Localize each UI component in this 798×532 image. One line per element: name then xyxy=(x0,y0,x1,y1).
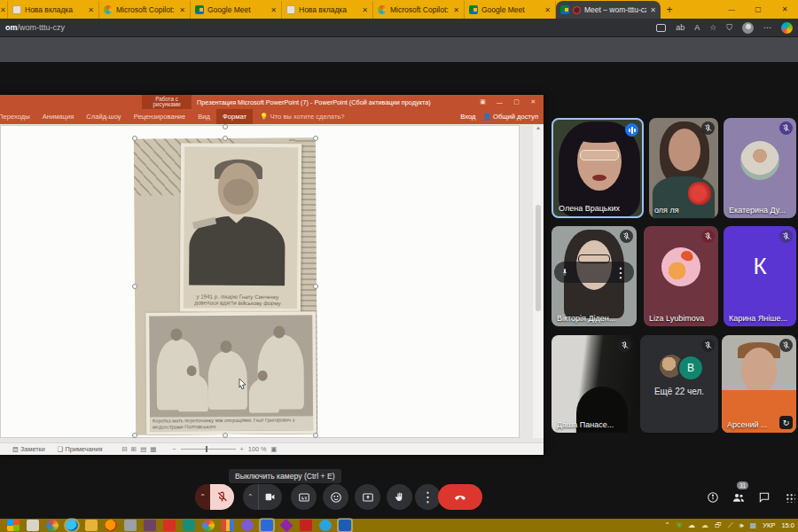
tab-close-icon[interactable]: ✕ xyxy=(544,6,551,14)
zoom-in-icon[interactable]: + xyxy=(240,445,244,453)
participant-tile-olia[interactable]: оля ля xyxy=(649,118,718,218)
tab-close-icon[interactable]: ✕ xyxy=(362,6,368,14)
ribbon-tab-review[interactable]: Рецензирование xyxy=(128,113,192,121)
taskbar-word-icon[interactable] xyxy=(339,520,351,531)
participant-tile-olena[interactable]: Олена Врацьких xyxy=(552,118,644,218)
selection-handle[interactable] xyxy=(313,136,318,141)
tray-cloud-icon[interactable]: ☁ xyxy=(688,521,695,529)
ribbon-tab-format[interactable]: Формат xyxy=(216,109,253,124)
tab-new-1[interactable]: Нова вкладка ✕ xyxy=(8,1,99,19)
share-button[interactable]: 👤 Общий доступ xyxy=(482,113,538,121)
collections-icon[interactable]: ⛉ xyxy=(726,23,732,33)
tab-new-2[interactable]: Нова вкладка ✕ xyxy=(282,1,373,19)
read-aloud-icon[interactable]: A xyxy=(694,23,700,32)
end-call-button[interactable] xyxy=(438,484,482,510)
participant-tile-viktoria[interactable]: ⋮ Вікторія Діден... xyxy=(552,226,637,326)
selection-handle[interactable] xyxy=(313,284,318,289)
taskbar-app-icon[interactable] xyxy=(300,520,312,531)
slide-canvas[interactable]: у 1941 р. лікарю Гнату Синченку довелося… xyxy=(0,125,520,438)
reactions-button[interactable] xyxy=(323,484,348,510)
taskbar-viber-icon[interactable] xyxy=(241,520,254,531)
participant-tile-liza[interactable]: Liza Lyubimova xyxy=(644,226,718,326)
overflow-tile[interactable]: В Ещё 22 чел. xyxy=(640,335,718,433)
selection-handle[interactable] xyxy=(132,284,137,289)
camera-options-chevron-icon[interactable]: ⌃ xyxy=(243,484,259,510)
ribbon-display-icon[interactable]: ▣ xyxy=(474,95,491,109)
restore-button[interactable]: ▢ xyxy=(745,0,771,19)
raise-hand-button[interactable] xyxy=(387,484,412,510)
clock[interactable]: 15:0 xyxy=(781,521,794,529)
taskbar-telegram-icon[interactable] xyxy=(319,520,332,531)
signin-button[interactable]: Вход xyxy=(460,113,475,121)
start-button[interactable] xyxy=(7,520,20,531)
tab-actions-icon[interactable] xyxy=(656,24,666,32)
tab-meet-active[interactable]: Meet – wom-tttu-czy ✕ xyxy=(556,1,661,19)
selection-handle[interactable] xyxy=(313,433,318,438)
taskbar-edge-icon[interactable] xyxy=(66,520,78,531)
ppt-close-button[interactable]: ✕ xyxy=(525,95,542,109)
translate-icon[interactable]: ab xyxy=(676,23,685,32)
participant-tile-ekaterina[interactable]: Екатерина Ду... xyxy=(724,118,796,218)
selection-handle[interactable] xyxy=(223,433,228,438)
taskbar-app-icon[interactable] xyxy=(27,520,39,531)
fit-slide-icon[interactable]: ▣ xyxy=(271,445,278,453)
tab-meet-1[interactable]: Google Meet ✕ xyxy=(191,1,282,19)
tab-close-icon[interactable]: ✕ xyxy=(650,6,656,14)
chat-icon[interactable] xyxy=(757,490,771,505)
view-switcher[interactable]: ⊟⊞▤▦ xyxy=(122,445,160,453)
close-button[interactable]: ✕ xyxy=(771,0,798,19)
participant-tile-arseniy[interactable]: ↻ Арсений ... xyxy=(722,335,796,433)
new-tab-button[interactable]: + xyxy=(661,1,678,19)
slide-scrollbar[interactable]: ▲ xyxy=(533,125,544,438)
mic-options-chevron-icon[interactable]: ⌃ xyxy=(195,484,210,510)
more-menu-icon[interactable]: ⋯ xyxy=(763,23,771,32)
tellme-box[interactable]: 💡 Что вы хотите сделать? xyxy=(260,113,345,121)
participant-tile-karina[interactable]: К Карина Яніше... xyxy=(724,226,796,326)
tray-shield-icon[interactable]: ⛨ xyxy=(677,521,682,530)
notes-button[interactable]: ▤ Заметки xyxy=(12,445,45,453)
more-options-button[interactable]: ⋮ xyxy=(415,484,441,510)
tab-copilot-1[interactable]: Microsoft Copilot: ваш по ✕ xyxy=(99,1,191,19)
minimize-button[interactable]: — xyxy=(718,0,745,19)
tab-close-icon[interactable]: ✕ xyxy=(453,6,459,14)
taskbar-app-icon[interactable] xyxy=(279,519,293,532)
taskbar-app-icon[interactable] xyxy=(222,520,234,531)
language-indicator[interactable]: УКР xyxy=(763,521,775,529)
scrollbar-thumb[interactable] xyxy=(536,205,541,311)
effects-icon[interactable]: ↻ xyxy=(779,416,793,429)
ribbon-tab-transitions[interactable]: Переходы xyxy=(0,113,36,121)
info-icon[interactable] xyxy=(706,490,720,505)
selection-handle[interactable] xyxy=(223,136,228,141)
tab-copilot-2[interactable]: Microsoft Copilot: ваш по ✕ xyxy=(373,1,465,19)
present-button[interactable] xyxy=(355,484,380,510)
captions-button[interactable] xyxy=(291,484,317,510)
taskbar-app-icon[interactable] xyxy=(124,520,137,531)
tray-app-icon[interactable]: ▦ xyxy=(750,521,757,529)
taskbar-explorer-icon[interactable] xyxy=(85,520,98,531)
ppt-contextual-tab[interactable]: Работа с рисунками xyxy=(142,95,192,109)
ribbon-tab-animations[interactable]: Анимация xyxy=(36,113,81,121)
profile-avatar[interactable] xyxy=(742,22,754,34)
tray-chat-icon[interactable]: 🗗 xyxy=(715,521,722,529)
ribbon-tab-view[interactable]: Вид xyxy=(192,113,216,121)
tab-close-icon[interactable]: ✕ xyxy=(270,6,277,14)
taskbar-app-icon[interactable] xyxy=(163,520,176,531)
selection-handle[interactable] xyxy=(132,433,137,438)
tray-onedrive-icon[interactable]: ☁ xyxy=(701,521,708,529)
taskbar-app-icon[interactable] xyxy=(144,520,156,531)
taskbar-app-icon[interactable] xyxy=(183,520,195,531)
selection-handle[interactable] xyxy=(132,136,137,141)
ppt-minimize-button[interactable]: — xyxy=(491,95,508,109)
zoom-level[interactable]: 100 % xyxy=(248,445,267,453)
tile-more-icon[interactable]: ⋮ xyxy=(614,264,628,281)
tray-volume-icon[interactable]: 🕪 xyxy=(739,521,744,530)
rotation-handle[interactable] xyxy=(223,124,228,129)
camera-button[interactable] xyxy=(259,484,282,510)
taskbar-app-icon[interactable] xyxy=(261,520,273,531)
address-bar[interactable]: om/wom-tttu-czy ab A ☆ ⛉ ⋯ xyxy=(0,19,798,37)
mic-muted-button[interactable] xyxy=(210,484,234,510)
participant-tile-dasha[interactable]: Даша Панасе... xyxy=(552,335,635,433)
tray-expand-icon[interactable]: ⌃ xyxy=(664,521,670,529)
comments-button[interactable]: ❑ Примечания xyxy=(58,445,103,453)
taskbar-app-icon[interactable] xyxy=(105,520,117,531)
